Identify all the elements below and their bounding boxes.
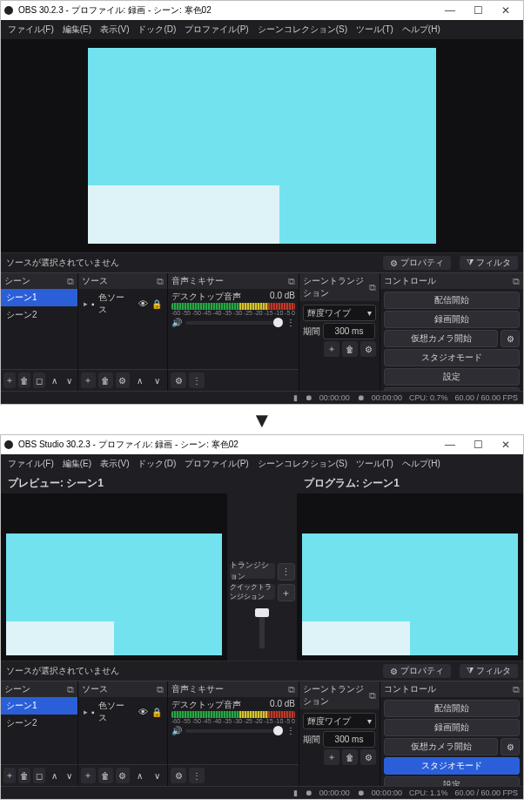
source-down-button[interactable]: ∨ bbox=[150, 768, 165, 783]
mixer-more-icon[interactable]: ⋮ bbox=[286, 726, 295, 735]
undock-icon[interactable]: ⧉ bbox=[513, 684, 520, 695]
undock-icon[interactable]: ⧉ bbox=[288, 276, 295, 287]
minimize-button[interactable]: — bbox=[436, 4, 464, 17]
undock-icon[interactable]: ⧉ bbox=[369, 282, 376, 293]
add-scene-button[interactable]: ＋ bbox=[3, 372, 16, 388]
menu-tools[interactable]: ツール(T) bbox=[353, 23, 397, 37]
start-virtual-cam-button[interactable]: 仮想カメラ開始 bbox=[384, 330, 498, 347]
studio-mode-button[interactable]: スタジオモード bbox=[384, 349, 520, 366]
undock-icon[interactable]: ⧉ bbox=[67, 684, 74, 695]
filters-button[interactable]: ⧩フィルタ bbox=[460, 256, 518, 270]
remove-source-button[interactable]: 🗑 bbox=[98, 372, 113, 388]
menu-help[interactable]: ヘルプ(H) bbox=[399, 23, 444, 37]
minimize-button[interactable]: — bbox=[436, 439, 464, 451]
volume-slider[interactable] bbox=[185, 321, 283, 325]
transition-select[interactable]: 輝度ワイプ▾ bbox=[303, 713, 376, 729]
lock-toggle[interactable]: 🔒 bbox=[151, 708, 162, 717]
menu-dock[interactable]: ドック(D) bbox=[134, 457, 179, 471]
menu-tools[interactable]: ツール(T) bbox=[353, 457, 397, 471]
start-streaming-button[interactable]: 配信開始 bbox=[384, 292, 520, 309]
undock-icon[interactable]: ⧉ bbox=[157, 276, 164, 287]
menu-view[interactable]: 表示(V) bbox=[97, 23, 132, 37]
transition-add-button[interactable]: ＋ bbox=[324, 749, 339, 765]
start-virtual-cam-button[interactable]: 仮想カメラ開始 bbox=[384, 738, 498, 755]
transition-add-button[interactable]: ＋ bbox=[324, 341, 339, 357]
source-props-button[interactable]: ⚙ bbox=[116, 768, 131, 783]
speaker-icon[interactable]: 🔊 bbox=[171, 726, 182, 735]
source-down-button[interactable]: ∨ bbox=[150, 372, 165, 388]
virtual-cam-settings-button[interactable]: ⚙ bbox=[500, 330, 520, 347]
mixer-menu-button[interactable]: ⋮ bbox=[189, 768, 205, 783]
lock-toggle[interactable]: 🔒 bbox=[151, 299, 162, 309]
add-scene-button[interactable]: ＋ bbox=[3, 768, 16, 783]
scene-item-2[interactable]: シーン2 bbox=[1, 715, 77, 732]
quick-transition-add-button[interactable]: ＋ bbox=[278, 584, 295, 601]
scene-down-button[interactable]: ∨ bbox=[63, 372, 75, 388]
menu-view[interactable]: 表示(V) bbox=[97, 457, 132, 471]
add-source-button[interactable]: ＋ bbox=[81, 768, 96, 783]
visibility-toggle[interactable]: 👁 bbox=[138, 299, 148, 309]
menu-help[interactable]: ヘルプ(H) bbox=[399, 457, 444, 471]
menu-file[interactable]: ファイル(F) bbox=[4, 23, 57, 37]
mixer-settings-button[interactable]: ⚙ bbox=[171, 372, 186, 388]
menu-dock[interactable]: ドック(D) bbox=[134, 23, 179, 37]
close-button[interactable]: ✕ bbox=[492, 439, 520, 451]
maximize-button[interactable]: ☐ bbox=[464, 439, 492, 451]
undock-icon[interactable]: ⧉ bbox=[369, 690, 376, 701]
menu-file[interactable]: ファイル(F) bbox=[4, 457, 57, 471]
properties-button[interactable]: ⚙プロパティ bbox=[383, 256, 451, 270]
menu-edit[interactable]: 編集(E) bbox=[59, 23, 95, 37]
start-streaming-button[interactable]: 配信開始 bbox=[384, 700, 520, 717]
remove-scene-button[interactable]: 🗑 bbox=[18, 768, 30, 783]
source-up-button[interactable]: ∧ bbox=[132, 372, 147, 388]
undock-icon[interactable]: ⧉ bbox=[513, 276, 520, 287]
t-bar[interactable] bbox=[259, 608, 265, 648]
start-recording-button[interactable]: 録画開始 bbox=[384, 719, 520, 736]
transition-props-button[interactable]: ⚙ bbox=[360, 341, 376, 357]
program-view[interactable] bbox=[297, 493, 523, 661]
remove-source-button[interactable]: 🗑 bbox=[98, 768, 113, 783]
scene-item-1[interactable]: シーン1 bbox=[1, 289, 77, 306]
scene-item-1[interactable]: シーン1 bbox=[1, 697, 77, 715]
menu-profile[interactable]: プロファイル(P) bbox=[181, 457, 252, 471]
virtual-cam-settings-button[interactable]: ⚙ bbox=[500, 738, 520, 755]
settings-button[interactable]: 設定 bbox=[384, 776, 520, 786]
properties-button[interactable]: ⚙プロパティ bbox=[383, 664, 451, 678]
transition-props-button[interactable]: ⚙ bbox=[360, 749, 376, 765]
undock-icon[interactable]: ⧉ bbox=[157, 684, 164, 695]
studio-mode-button[interactable]: スタジオモード bbox=[384, 757, 520, 775]
mixer-menu-button[interactable]: ⋮ bbox=[189, 372, 205, 388]
visibility-toggle[interactable]: 👁 bbox=[138, 707, 148, 717]
menu-profile[interactable]: プロファイル(P) bbox=[181, 23, 252, 37]
scene-item-2[interactable]: シーン2 bbox=[1, 306, 77, 324]
mixer-settings-button[interactable]: ⚙ bbox=[171, 768, 186, 783]
maximize-button[interactable]: ☐ bbox=[464, 4, 492, 17]
source-up-button[interactable]: ∧ bbox=[132, 768, 147, 783]
scene-filter-button[interactable]: ◻ bbox=[33, 768, 45, 783]
scene-down-button[interactable]: ∨ bbox=[63, 768, 75, 783]
source-item-color[interactable]: ▸ ▪ 色ソース 👁 🔒 bbox=[78, 289, 167, 319]
scene-up-button[interactable]: ∧ bbox=[48, 372, 60, 388]
mixer-more-icon[interactable]: ⋮ bbox=[286, 318, 295, 327]
menu-edit[interactable]: 編集(E) bbox=[59, 457, 95, 471]
menu-scenecollection[interactable]: シーンコレクション(S) bbox=[254, 23, 351, 37]
expand-icon[interactable]: ▸ bbox=[84, 708, 88, 716]
scene-filter-button[interactable]: ◻ bbox=[33, 372, 45, 388]
transition-remove-button[interactable]: 🗑 bbox=[342, 341, 358, 357]
undock-icon[interactable]: ⧉ bbox=[288, 684, 295, 695]
duration-input[interactable]: 300 ms bbox=[323, 323, 375, 339]
source-color-overlay[interactable] bbox=[88, 185, 279, 245]
exit-button[interactable]: 終了 bbox=[384, 387, 520, 391]
start-recording-button[interactable]: 録画開始 bbox=[384, 311, 520, 328]
source-item-color[interactable]: ▸ ▪ 色ソース 👁 🔒 bbox=[78, 697, 167, 727]
menu-scenecollection[interactable]: シーンコレクション(S) bbox=[254, 457, 351, 471]
preview-view[interactable] bbox=[1, 493, 227, 661]
duration-input[interactable]: 300 ms bbox=[323, 731, 375, 748]
close-button[interactable]: ✕ bbox=[492, 4, 520, 17]
expand-icon[interactable]: ▸ bbox=[84, 299, 88, 308]
transition-button[interactable]: トランジション bbox=[230, 563, 275, 579]
speaker-icon[interactable]: 🔊 bbox=[171, 318, 182, 327]
filters-button[interactable]: ⧩フィルタ bbox=[460, 664, 518, 678]
transition-menu-button[interactable]: ⋮ bbox=[278, 563, 295, 580]
transition-remove-button[interactable]: 🗑 bbox=[342, 749, 358, 765]
